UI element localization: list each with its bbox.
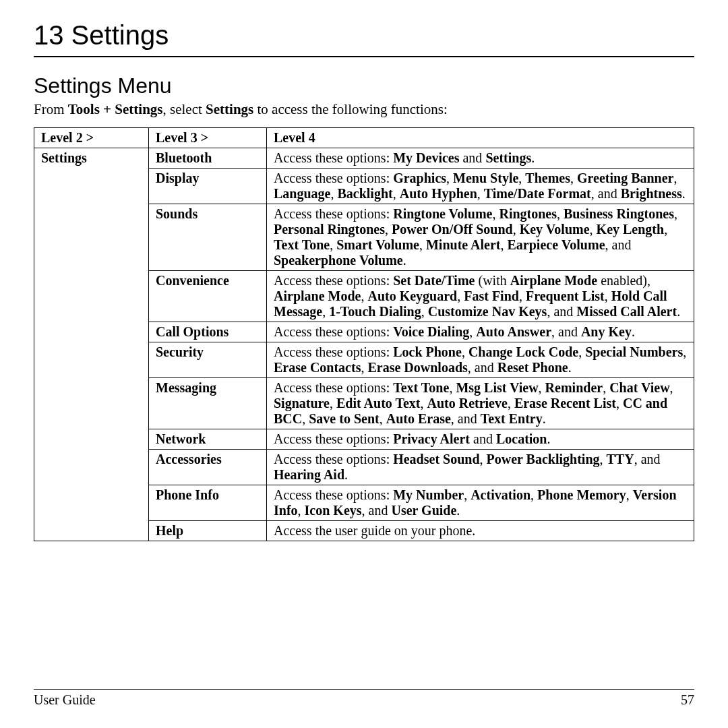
level4-cell: Access these options: My Number, Activat… [267,485,694,521]
option-text: Access these options: [274,452,393,466]
option-text: . [531,150,535,165]
option-bold: Graphics [393,171,446,185]
intro-text: From [34,101,68,117]
option-text: , [464,487,471,502]
level4-cell: Access these options: Graphics, Menu Sty… [267,169,694,204]
option-bold: Signature [274,396,330,411]
option-bold: Location [496,431,547,446]
option-text: . [632,324,635,339]
level3-cell: Help [149,521,267,541]
option-bold: Msg List View [456,380,538,395]
option-bold: Text Tone [274,237,330,252]
option-text: , and [634,452,661,466]
option-bold: Missed Call Alert [576,304,677,319]
option-text: , [557,206,564,221]
option-bold: Headset Sound [393,452,479,466]
option-text: . [344,467,348,482]
option-bold: Backlight [337,186,392,201]
option-bold: Erase Downloads [367,360,467,375]
option-bold: Time/Date Format [484,186,591,201]
option-text: Access these options: [274,206,393,221]
option-bold: Reminder [545,380,603,395]
header-level4: Level 4 [267,128,694,148]
option-bold: Auto Retrieve [427,396,507,411]
option-text: enabled), [597,273,650,288]
level3-cell: Call Options [149,322,267,342]
option-text: , [616,396,623,411]
option-bold: TTY [607,452,634,466]
level2-label: Settings [41,150,87,165]
option-text: , [513,222,520,237]
intro-text: to access the following functions: [253,101,448,117]
intro-bold-settings: Settings [206,101,253,117]
option-text: , [674,171,677,185]
option-bold: My Number [393,487,464,502]
section-title: Settings Menu [34,73,694,98]
option-bold: Greeting Banner [577,171,674,185]
option-text: Access these options: [274,171,393,185]
option-text: . [543,411,546,426]
option-bold: Reset Phone [497,360,568,375]
option-text: , [477,186,484,201]
option-text: , [590,222,597,237]
option-text: , [361,289,367,303]
option-bold: Erase Recent List [514,396,616,411]
option-bold: Business Ringtones [564,206,674,221]
option-bold: Any Key [581,324,632,339]
option-text: Access these options: [274,324,393,339]
option-bold: Hearing Aid [274,467,344,482]
option-text: Access these options: [274,344,393,359]
option-bold: Chat View [609,380,669,395]
level3-label: Network [156,431,206,446]
option-text: . [456,503,460,518]
option-bold: Power On/Off Sound [392,222,513,237]
header-level2: Level 2 > [34,128,149,148]
option-text: , [501,237,508,252]
option-bold: Earpiece Volume [508,237,605,252]
option-text: . [568,360,572,375]
option-bold: Change Lock Code [468,344,578,359]
option-text: (with [475,273,510,288]
option-bold: Special Numbers [585,344,683,359]
level3-cell: Phone Info [149,485,267,521]
option-bold: Save to Sent [309,411,379,426]
option-bold: Auto Erase [386,411,451,426]
option-bold: Text Tone [393,380,449,395]
option-text: , [361,360,367,375]
option-text: , and [468,360,497,375]
intro-text: , select [163,101,206,117]
option-text: , [519,289,526,303]
option-text: , and [547,304,576,319]
option-text: , [674,206,677,221]
option-text: , [330,396,336,411]
option-bold: User Guide [391,503,456,518]
option-text: Access these options: [274,380,393,395]
level3-label: Sounds [156,206,198,221]
option-text: Access these options: [274,431,393,446]
option-bold: Text Entry [481,411,543,426]
option-bold: Privacy Alert [393,431,470,446]
option-text: , [322,304,329,319]
option-bold: Menu Style [453,171,518,185]
option-bold: Phone Memory [537,487,626,502]
option-text: , and [605,237,632,252]
option-bold: Brightness [621,186,682,201]
option-text: , and [451,411,481,426]
option-text: Access the user guide on your phone. [274,523,475,538]
level3-label: Display [156,171,199,185]
option-bold: Frequent List [526,289,605,303]
level4-cell: Access these options: Set Date/Time (wit… [267,271,694,322]
option-text: , [600,452,607,466]
option-bold: Erase Contacts [274,360,361,375]
option-text: , [539,380,545,395]
option-text: , [508,396,514,411]
option-bold: Personal Ringtones [274,222,385,237]
option-bold: Airplane Mode [274,289,361,303]
option-text: , [421,304,428,319]
option-text: , [518,171,525,185]
option-bold: Lock Phone [393,344,462,359]
option-text: , [626,487,633,502]
level3-cell: Convenience [149,271,267,322]
option-text: , [330,186,337,201]
option-text: , [664,222,667,237]
